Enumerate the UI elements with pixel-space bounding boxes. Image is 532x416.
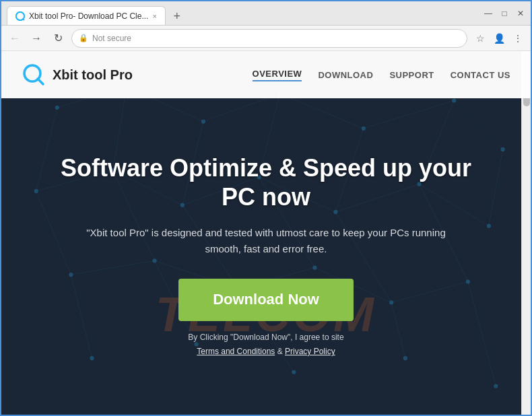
hero-subtitle: "Xbit tool Pro" is designed and tested w…: [77, 225, 455, 257]
nav-download[interactable]: DOWNLOAD: [318, 70, 373, 80]
nav-support[interactable]: SUPPORT: [389, 70, 434, 80]
tab-area: Xbit tool Pro- Download PC Cle... × +: [7, 1, 186, 25]
address-bar-row: ← → ↻ 🔒 Not secure ☆ 👤 ⋮: [1, 26, 531, 51]
tab-title: Xbit tool Pro- Download PC Cle...: [29, 11, 148, 21]
close-tab-button[interactable]: ×: [152, 12, 156, 20]
minimize-button[interactable]: —: [484, 9, 493, 18]
browser-window: Xbit tool Pro- Download PC Cle... × + — …: [0, 0, 532, 416]
tab-favicon: [15, 11, 25, 21]
window-controls: — □ ✕: [484, 9, 525, 18]
not-secure-label: Not secure: [92, 34, 131, 43]
svg-line-63: [38, 79, 43, 84]
title-bar: Xbit tool Pro- Download PC Cle... × + — …: [1, 1, 531, 26]
privacy-link[interactable]: Privacy Policy: [285, 347, 335, 356]
close-button[interactable]: ✕: [516, 9, 525, 18]
lock-icon: 🔒: [79, 34, 88, 42]
site-nav-links: OVERVIEW DOWNLOAD SUPPORT CONTACT US: [253, 69, 510, 81]
logo-text: Xbit tool Pro: [53, 67, 133, 83]
account-icon[interactable]: 👤: [492, 31, 506, 46]
nav-contact-us[interactable]: CONTACT US: [451, 70, 510, 80]
website-content: TELCOM Xbit tool Pro OVERVIEW DOWNLOAD S…: [1, 51, 531, 415]
hero-title: Software Optimize & Speed up your PC now: [42, 153, 490, 211]
maximize-button[interactable]: □: [500, 9, 509, 18]
logo-icon: [22, 63, 46, 87]
forward-button[interactable]: →: [28, 30, 44, 46]
bookmark-icon[interactable]: ☆: [473, 31, 488, 46]
terms-prefix: By Clicking "Download Now", I agree to s…: [188, 333, 343, 342]
terms-text: By Clicking "Download Now", I agree to s…: [188, 331, 343, 359]
terms-link[interactable]: Terms and Conditions: [197, 347, 275, 356]
site-navbar: Xbit tool Pro OVERVIEW DOWNLOAD SUPPORT …: [1, 51, 531, 98]
nav-overview[interactable]: OVERVIEW: [253, 69, 302, 81]
and-text: &: [277, 347, 285, 356]
active-tab[interactable]: Xbit tool Pro- Download PC Cle... ×: [7, 6, 166, 25]
download-now-button[interactable]: Download Now: [178, 279, 354, 320]
hero-content: Software Optimize & Speed up your PC now…: [1, 98, 531, 415]
menu-icon[interactable]: ⋮: [510, 31, 525, 46]
address-right-icons: ☆ 👤 ⋮: [473, 31, 525, 46]
site-logo: Xbit tool Pro: [22, 63, 133, 87]
hero-section: TELCOM Xbit tool Pro OVERVIEW DOWNLOAD S…: [1, 51, 531, 415]
address-bar[interactable]: 🔒 Not secure: [71, 29, 467, 48]
new-tab-button[interactable]: +: [168, 7, 186, 25]
refresh-button[interactable]: ↻: [50, 30, 66, 46]
back-button[interactable]: ←: [7, 30, 23, 46]
